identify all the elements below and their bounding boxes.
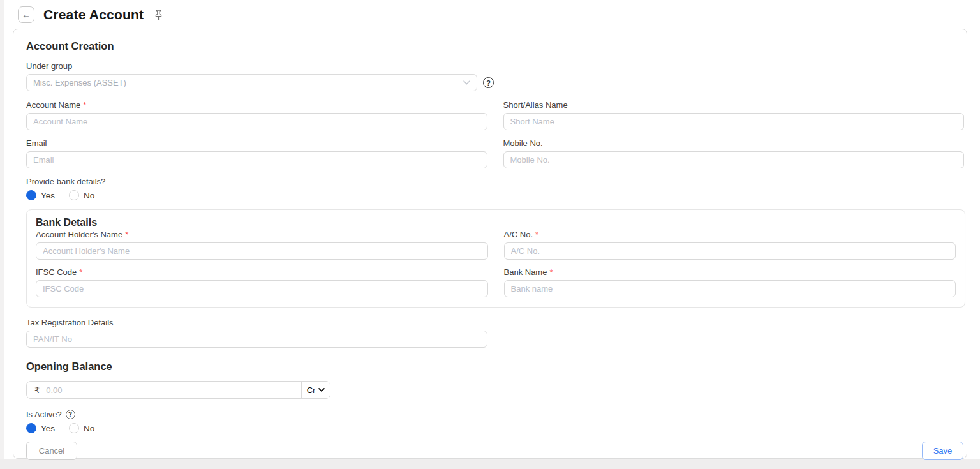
is-active-help-icon[interactable]: ?: [66, 410, 75, 419]
holder-name-label: Account Holder's Name*: [36, 230, 488, 239]
short-alias-input[interactable]: [503, 113, 965, 130]
section-title-account-creation: Account Creation: [26, 40, 964, 52]
radio-unselected-icon: [69, 190, 79, 200]
tax-registration-input[interactable]: [26, 331, 487, 348]
bank-details-card: Bank Details Account Holder's Name* A/C …: [26, 209, 965, 308]
save-button[interactable]: Save: [922, 442, 963, 460]
page-title: Create Account: [43, 7, 144, 22]
arrow-left-icon: ←: [22, 10, 31, 19]
provide-bank-details-group: Provide bank details? Yes No: [26, 177, 964, 200]
email-label: Email: [26, 138, 487, 148]
back-button[interactable]: ←: [18, 6, 34, 23]
under-group-help-icon[interactable]: ?: [483, 77, 494, 88]
mobile-input[interactable]: [503, 151, 965, 168]
radio-unselected-icon: [69, 423, 79, 433]
opening-balance-group: ₹ Cr: [26, 381, 330, 399]
under-group-select[interactable]: Misc. Expenses (ASSET): [26, 74, 477, 91]
ifsc-input[interactable]: [36, 280, 488, 297]
provide-bank-radio-no[interactable]: No: [69, 190, 94, 200]
cancel-button[interactable]: Cancel: [26, 442, 77, 460]
create-account-form-card: Account Creation Under group Misc. Expen…: [13, 29, 967, 459]
radio-selected-icon: [26, 190, 36, 200]
is-active-radio-yes[interactable]: Yes: [26, 423, 55, 433]
mobile-label: Mobile No.: [503, 138, 965, 148]
is-active-group: Is Active? ? Yes No: [26, 410, 964, 433]
account-name-label: Account Name*: [26, 100, 487, 110]
page-background-strip: [0, 459, 980, 469]
pushpin-icon[interactable]: [154, 10, 163, 20]
under-group-selected-value: Misc. Expenses (ASSET): [33, 78, 126, 87]
required-asterisk: *: [125, 230, 128, 239]
under-group-label: Under group: [26, 61, 964, 71]
tax-registration-label: Tax Registration Details: [26, 318, 964, 327]
is-active-label: Is Active?: [26, 410, 62, 419]
ac-no-input[interactable]: [504, 242, 956, 260]
is-active-radio-no[interactable]: No: [69, 423, 94, 433]
caret-down-icon: [318, 388, 325, 392]
required-asterisk: *: [549, 268, 553, 276]
provide-bank-radio-yes[interactable]: Yes: [26, 190, 55, 200]
crdr-select[interactable]: Cr: [301, 382, 330, 398]
required-asterisk: *: [79, 268, 82, 276]
bank-name-label: Bank Name*: [504, 267, 956, 277]
bank-name-input[interactable]: [504, 280, 956, 297]
opening-balance-input[interactable]: [46, 385, 293, 395]
short-alias-label: Short/Alias Name: [503, 100, 965, 110]
section-title-bank-details: Bank Details: [36, 217, 956, 228]
radio-selected-icon: [26, 423, 36, 433]
ac-no-label: A/C No.*: [504, 230, 956, 239]
chevron-down-icon: [463, 80, 470, 85]
section-title-opening-balance: Opening Balance: [26, 361, 964, 373]
provide-bank-details-label: Provide bank details?: [26, 177, 964, 186]
page-header: ← Create Account: [18, 4, 163, 25]
required-asterisk: *: [535, 230, 538, 239]
ifsc-label: IFSC Code*: [36, 267, 488, 277]
rupee-icon: ₹: [34, 385, 40, 395]
account-name-input[interactable]: [26, 113, 487, 130]
collapsed-sidebar-edge: [0, 0, 4, 469]
holder-name-input[interactable]: [36, 242, 488, 260]
email-input[interactable]: [26, 151, 487, 168]
required-asterisk: *: [83, 101, 86, 109]
form-footer: Cancel Save: [26, 442, 964, 460]
